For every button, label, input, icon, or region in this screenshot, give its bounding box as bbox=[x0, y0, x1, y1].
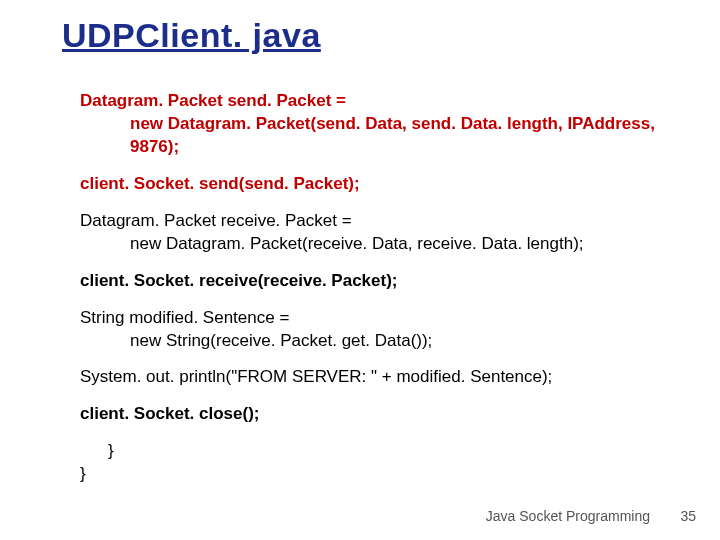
page-number: 35 bbox=[680, 508, 696, 524]
code-body: Datagram. Packet send. Packet = new Data… bbox=[80, 90, 680, 500]
code-block-2: Datagram. Packet receive. Packet = new D… bbox=[80, 210, 680, 256]
closing-braces: } } bbox=[80, 440, 680, 486]
code-line-7: String modified. Sentence = bbox=[80, 308, 289, 327]
inner-brace: } bbox=[108, 441, 114, 460]
code-line-3: client. Socket. send(send. Packet); bbox=[80, 173, 680, 196]
code-line-4: Datagram. Packet receive. Packet = bbox=[80, 211, 352, 230]
code-line-9: System. out. println("FROM SERVER: " + m… bbox=[80, 366, 680, 389]
code-line-2: new Datagram. Packet(send. Data, send. D… bbox=[80, 113, 680, 159]
footer-text: Java Socket Programming bbox=[486, 508, 650, 524]
code-line-10: client. Socket. close(); bbox=[80, 403, 680, 426]
slide: UDPClient. java Datagram. Packet send. P… bbox=[0, 0, 720, 540]
code-block-3: String modified. Sentence = new String(r… bbox=[80, 307, 680, 353]
code-block-1: Datagram. Packet send. Packet = new Data… bbox=[80, 90, 680, 159]
code-line-5: new Datagram. Packet(receive. Data, rece… bbox=[80, 233, 680, 256]
outer-brace: } bbox=[80, 464, 86, 483]
code-line-8: new String(receive. Packet. get. Data())… bbox=[80, 330, 680, 353]
code-line-6: client. Socket. receive(receive. Packet)… bbox=[80, 270, 680, 293]
code-line-1: Datagram. Packet send. Packet = bbox=[80, 91, 346, 110]
slide-title: UDPClient. java bbox=[62, 16, 321, 55]
